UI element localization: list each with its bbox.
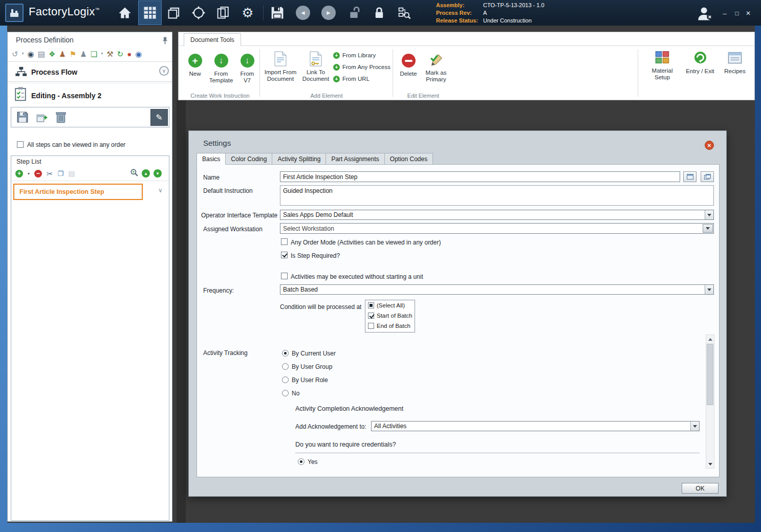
scroll-thumb[interactable] <box>707 344 713 405</box>
scroll-up-button[interactable] <box>706 335 714 343</box>
lock-button[interactable] <box>371 4 388 21</box>
edit-mode-button[interactable]: ✎ <box>150 109 168 126</box>
step-expand-icon[interactable]: ∨ <box>158 187 163 194</box>
ribbon-mark-as-primary-button[interactable]: Mark as Primary <box>422 46 450 100</box>
without-unit-checkbox[interactable] <box>281 273 288 279</box>
ribbon-delete-button[interactable]: Delete <box>397 46 420 100</box>
tracking-no-radio[interactable] <box>282 390 289 396</box>
dialog-close-button[interactable]: ✕ <box>705 141 714 150</box>
ribbon-new-button[interactable]: + New <box>184 46 206 100</box>
tab-activity-splitting[interactable]: Activity Splitting <box>272 153 326 165</box>
ribbon-from-library-button[interactable]: + From Library <box>333 51 376 60</box>
back-button[interactable]: ◄ <box>295 5 311 21</box>
operator-interface-template-select[interactable]: Sales Apps Demo Default <box>280 210 714 220</box>
home-button[interactable] <box>116 4 134 22</box>
ribbon-from-url-button[interactable]: + From URL <box>333 74 369 83</box>
tab-document-tools[interactable]: Document Tools <box>184 33 241 46</box>
dropdown-icon[interactable] <box>690 422 699 431</box>
navigator-button[interactable] <box>189 4 208 22</box>
documents-button[interactable] <box>214 4 232 22</box>
web-icon[interactable]: ◉ <box>28 50 34 58</box>
any-order-steps-checkbox[interactable] <box>17 141 24 148</box>
tab-part-assignments[interactable]: Part Assignments <box>326 153 384 165</box>
pin-icon[interactable] <box>162 36 168 47</box>
export-menu-icon[interactable]: ▾ <box>101 52 103 56</box>
flag-icon[interactable]: ⚑ <box>70 50 76 58</box>
export-step-button[interactable] <box>36 111 48 125</box>
minimize-button[interactable]: – <box>720 8 730 18</box>
name-input[interactable] <box>280 171 680 182</box>
tracking-by-user-group-radio[interactable] <box>282 363 289 370</box>
assigned-workstation-combo[interactable]: Select Workstation <box>280 223 714 234</box>
ribbon-recipes-button[interactable]: Recipes <box>720 46 750 100</box>
work-instructions-button-active[interactable] <box>138 1 162 25</box>
sync-icon[interactable]: ↻ <box>117 50 124 58</box>
print-icon[interactable]: ▤ <box>38 50 45 58</box>
forward-button[interactable]: ► <box>320 5 337 21</box>
ribbon-import-from-document-button[interactable]: Import From Document <box>263 46 298 100</box>
settings-gear-button[interactable]: ⚙ <box>238 4 257 22</box>
any-order-mode-checkbox[interactable] <box>281 238 288 245</box>
add-step-menu-icon[interactable]: ▾ <box>28 171 30 176</box>
undo-icon[interactable]: ↺ <box>12 50 18 58</box>
add-step-button[interactable]: + <box>15 170 23 178</box>
dropdown-icon[interactable] <box>705 285 713 294</box>
window-close-button[interactable]: ✕ <box>743 8 753 18</box>
step-item-selected[interactable]: First Article Inspection Step <box>13 184 143 200</box>
credentials-yes-radio[interactable] <box>298 458 305 465</box>
undo-menu-icon[interactable]: ▾ <box>22 52 24 56</box>
user-icon[interactable]: ♟ <box>59 50 66 58</box>
user-button[interactable] <box>694 4 715 23</box>
tab-option-codes[interactable]: Option Codes <box>385 153 433 165</box>
save-step-button[interactable] <box>16 111 29 125</box>
ribbon-from-v7-button[interactable]: ↓ From V7 <box>237 46 257 100</box>
is-step-required-checkbox[interactable] <box>281 252 288 258</box>
user-group-icon[interactable]: ♟ <box>80 50 86 58</box>
process-search-button[interactable] <box>395 4 414 23</box>
scroll-down-button[interactable] <box>706 460 714 468</box>
name-edit-button[interactable] <box>701 171 714 182</box>
condition-select-all-checkbox[interactable] <box>368 302 374 308</box>
ribbon-entry-exit-button[interactable]: Entry / Exit <box>683 46 717 100</box>
tracking-by-user-role-radio[interactable] <box>282 376 289 383</box>
copy-step-button[interactable]: ❐ <box>58 170 64 177</box>
maximize-button[interactable]: □ <box>732 8 742 18</box>
delete-step-button[interactable] <box>55 111 67 125</box>
process-flow-label[interactable]: Process Flow <box>31 68 77 76</box>
cut-step-button[interactable]: ✂ <box>47 170 53 178</box>
workstation-dropdown-button[interactable] <box>703 224 713 233</box>
frequency-select[interactable]: Batch Based <box>280 284 714 295</box>
name-zoom-button[interactable] <box>683 171 697 182</box>
ack-select[interactable]: All Activities <box>371 421 700 431</box>
save-button[interactable] <box>268 4 287 22</box>
ribbon-from-template-button[interactable]: ↓ From Template <box>207 46 235 100</box>
move-step-up-button[interactable]: ▲ <box>142 169 150 178</box>
unlock-button[interactable] <box>346 4 363 21</box>
ribbon-from-any-process-button[interactable]: + From Any Process <box>333 62 390 72</box>
divider <box>8 83 172 83</box>
ok-button[interactable]: OK <box>682 483 719 494</box>
scrollbar[interactable] <box>706 335 714 469</box>
record-icon[interactable]: ● <box>127 50 132 58</box>
tab-color-coding[interactable]: Color Coding <box>226 153 272 165</box>
collapse-button[interactable]: ∨ <box>159 66 169 76</box>
remove-step-button[interactable]: − <box>34 170 42 178</box>
find-step-icon[interactable] <box>130 168 138 179</box>
process-stack-button[interactable] <box>165 4 183 22</box>
move-step-down-button[interactable]: ▼ <box>154 169 162 178</box>
tools-icon[interactable]: ⚒ <box>106 50 113 58</box>
tracking-by-current-user-radio[interactable] <box>282 350 289 357</box>
help-icon[interactable]: ◉ <box>135 50 142 58</box>
ribbon-material-setup-button[interactable]: Material Setup <box>645 46 679 100</box>
tab-basics[interactable]: Basics <box>197 153 226 165</box>
condition-end-of-batch-checkbox[interactable] <box>368 323 374 329</box>
process-tree-icon[interactable]: ❖ <box>49 50 55 58</box>
dropdown-icon[interactable] <box>705 210 713 219</box>
left-splitter[interactable] <box>177 100 186 523</box>
paste-step-button[interactable]: ▤ <box>68 170 75 177</box>
ribbon-link-to-document-button[interactable]: Link To Document <box>300 46 331 100</box>
default-instruction-input[interactable]: Guided Inspection <box>280 185 714 206</box>
condition-listbox[interactable]: (Select All) Start of Batch End of Batch <box>365 300 415 332</box>
export-icon[interactable]: ❏ <box>91 50 97 58</box>
condition-start-of-batch-checkbox[interactable] <box>368 313 374 319</box>
